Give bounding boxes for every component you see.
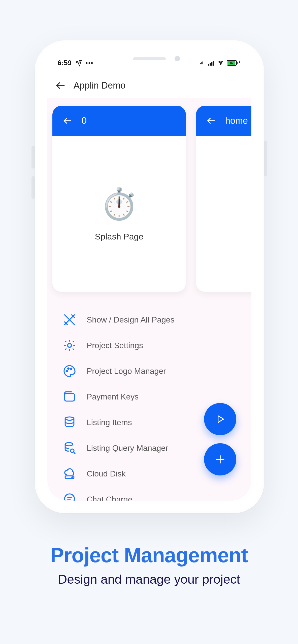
svg-rect-3 (213, 61, 214, 66)
promo-title: Project Management (0, 543, 298, 567)
page-card-label: Splash Page (95, 232, 144, 242)
svg-rect-16 (65, 393, 75, 401)
more-icon: ••• (86, 59, 93, 66)
menu-item-label: Chat Charge (87, 495, 132, 501)
pages-carousel[interactable]: 0 ⏱️ Splash Page home (47, 106, 251, 292)
status-bar: 6:59 ••• 87 (47, 53, 251, 73)
page-card-header: 0 (52, 106, 186, 136)
menu-item-label: Cloud Disk (87, 469, 126, 478)
play-fab[interactable] (204, 403, 236, 435)
svg-rect-2 (211, 62, 212, 66)
wallet-icon (62, 390, 77, 404)
add-fab[interactable] (204, 443, 236, 475)
svg-rect-1 (210, 63, 211, 66)
phone-frame: 6:59 ••• 87 (35, 40, 264, 513)
svg-point-4 (220, 64, 221, 65)
page-card[interactable]: home 🔷 ✏️ Ma (196, 106, 251, 292)
tools-icon: 🔷 ✏️ (248, 189, 251, 219)
send-icon (75, 59, 82, 66)
svg-point-14 (68, 368, 69, 369)
svg-point-18 (65, 442, 73, 446)
phone-camera (175, 56, 180, 61)
database-search-icon (62, 441, 77, 455)
svg-rect-7 (237, 62, 238, 64)
svg-point-17 (65, 417, 74, 420)
page-card[interactable]: 0 ⏱️ Splash Page (52, 106, 186, 292)
menu-item-chat-charge[interactable]: Chat Charge (62, 487, 251, 501)
svg-point-15 (71, 368, 72, 370)
content-area: 0 ⏱️ Splash Page home (47, 98, 251, 501)
cloud-disk-icon (62, 467, 77, 481)
svg-rect-0 (208, 64, 209, 66)
settings-icon (62, 338, 77, 352)
wifi-icon (217, 60, 224, 66)
app-bar: Applin Demo (47, 73, 251, 98)
phone-screen: 6:59 ••• 87 (47, 53, 251, 501)
battery-icon: 87 (227, 60, 241, 66)
svg-point-13 (66, 370, 68, 372)
menu-item-label: Listing Query Manager (87, 444, 168, 453)
promo-section: Project Management Design and manage you… (0, 543, 298, 587)
menu-item-label: Project Settings (87, 341, 143, 350)
app-title: Applin Demo (74, 80, 125, 91)
menu-item-label: Show / Design All Pages (87, 315, 175, 325)
stopwatch-icon: ⏱️ (100, 186, 138, 222)
page-card-title: 0 (82, 115, 87, 126)
chat-icon (62, 492, 77, 501)
menu-item-label: Payment Keys (87, 392, 139, 401)
page-card-header: home (196, 106, 251, 136)
menu-item-design-pages[interactable]: Show / Design All Pages (62, 307, 251, 333)
power-button (263, 141, 267, 176)
menu-item-project-settings[interactable]: Project Settings (62, 333, 251, 358)
svg-text:87: 87 (230, 61, 234, 65)
promo-subtitle: Design and manage your project (0, 572, 298, 587)
database-icon (62, 415, 77, 429)
volume-down-button (31, 176, 35, 199)
signal-icon (208, 60, 215, 66)
back-icon[interactable] (55, 80, 66, 91)
svg-marker-25 (218, 416, 224, 423)
menu-item-label: Listing Items (87, 418, 132, 427)
design-icon (62, 313, 77, 327)
svg-point-21 (72, 477, 73, 477)
palette-icon (62, 364, 77, 378)
page-card-title: home (225, 115, 248, 126)
nfc-icon (200, 60, 206, 66)
status-time: 6:59 (57, 59, 72, 67)
back-icon[interactable] (206, 116, 216, 126)
svg-point-12 (68, 343, 71, 347)
menu-item-label: Project Logo Manager (87, 367, 166, 376)
svg-point-19 (71, 449, 74, 453)
volume-up-button (31, 146, 35, 169)
phone-speaker (133, 57, 166, 60)
menu-item-logo-manager[interactable]: Project Logo Manager (62, 358, 251, 384)
back-icon[interactable] (62, 116, 73, 126)
